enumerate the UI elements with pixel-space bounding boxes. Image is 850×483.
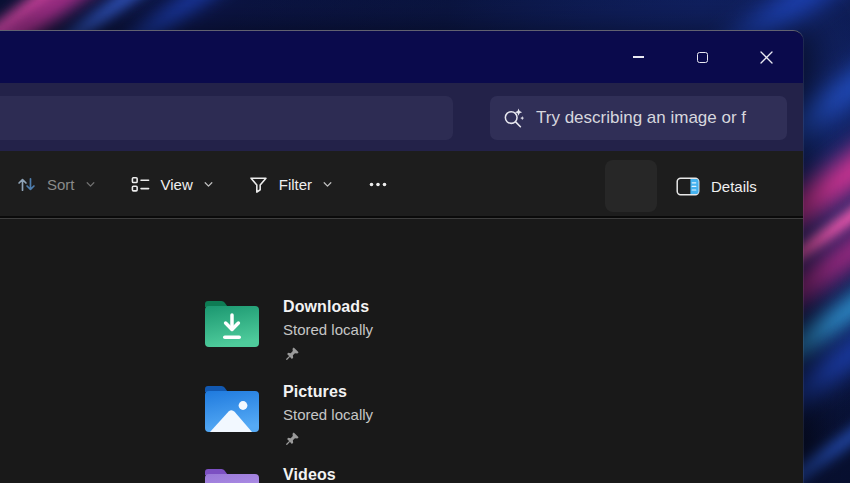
sort-label: Sort (47, 177, 75, 192)
file-item-pictures[interactable]: Pictures Stored locally (203, 381, 373, 446)
close-button[interactable] (737, 31, 795, 83)
search-placeholder: Try describing an image or f (536, 108, 746, 128)
file-explorer-window: Try describing an image or f Sort View (0, 30, 803, 483)
details-pane-button[interactable]: Details (676, 160, 757, 212)
file-meta: Pictures Stored locally (283, 381, 373, 446)
filter-icon (248, 174, 269, 195)
minimize-button[interactable] (609, 31, 667, 83)
close-icon (760, 51, 773, 64)
file-name: Pictures (283, 382, 373, 402)
search-box[interactable]: Try describing an image or f (490, 96, 787, 140)
file-item-videos[interactable]: Videos (203, 464, 336, 483)
command-toolbar: Sort View Filter (0, 151, 803, 219)
filter-button[interactable]: Filter (248, 174, 333, 195)
view-label: View (161, 177, 193, 192)
pinned-icon (285, 346, 300, 361)
details-pane-icon (676, 176, 701, 197)
file-list-area: Downloads Stored locally (0, 219, 803, 483)
more-options-button[interactable] (367, 174, 389, 195)
caption-buttons (609, 31, 795, 83)
file-status: Stored locally (283, 319, 373, 340)
filter-label: Filter (279, 177, 312, 192)
pictures-folder-icon (203, 381, 261, 433)
maximize-button[interactable] (673, 31, 731, 83)
pinned-icon (285, 431, 300, 446)
sort-button[interactable]: Sort (16, 174, 96, 195)
downloads-folder-icon (203, 296, 261, 348)
file-item-downloads[interactable]: Downloads Stored locally (203, 296, 373, 361)
file-name: Videos (283, 465, 336, 483)
file-name: Downloads (283, 297, 373, 317)
sort-icon (16, 174, 37, 195)
chevron-down-icon (85, 179, 96, 190)
ellipsis-icon (367, 174, 389, 195)
title-bar (0, 31, 803, 83)
minimize-icon (633, 56, 644, 58)
videos-folder-icon (203, 464, 261, 483)
address-row: Try describing an image or f (0, 83, 803, 151)
file-meta: Videos (283, 464, 336, 483)
chevron-down-icon (322, 179, 333, 190)
details-label: Details (711, 179, 757, 194)
address-bar-input[interactable] (0, 96, 453, 140)
file-meta: Downloads Stored locally (283, 296, 373, 361)
view-icon (130, 174, 151, 195)
file-status: Stored locally (283, 404, 373, 425)
chevron-down-icon (203, 179, 214, 190)
search-sparkle-icon (502, 107, 525, 130)
toolbar-highlighted-button[interactable] (605, 160, 657, 212)
view-button[interactable]: View (130, 174, 214, 195)
maximize-icon (697, 52, 708, 63)
